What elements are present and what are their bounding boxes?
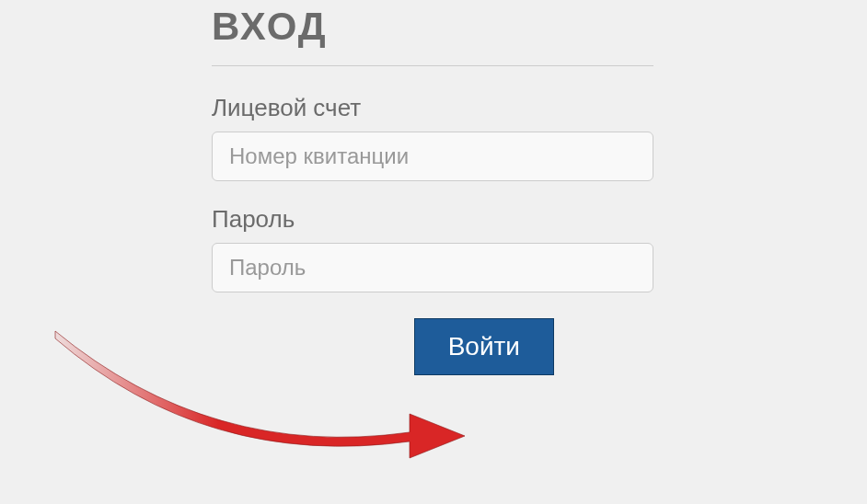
password-label: Пароль — [212, 205, 653, 234]
divider — [212, 65, 653, 66]
password-field-group: Пароль — [212, 205, 653, 292]
account-label: Лицевой счет — [212, 94, 653, 122]
login-button[interactable]: Войти — [414, 318, 554, 375]
account-input[interactable] — [212, 132, 653, 181]
password-input[interactable] — [212, 243, 653, 292]
account-field-group: Лицевой счет — [212, 94, 653, 181]
button-row: Войти — [212, 318, 653, 375]
page-title: ВХОД — [212, 5, 653, 65]
login-form: ВХОД Лицевой счет Пароль Войти — [212, 5, 653, 375]
